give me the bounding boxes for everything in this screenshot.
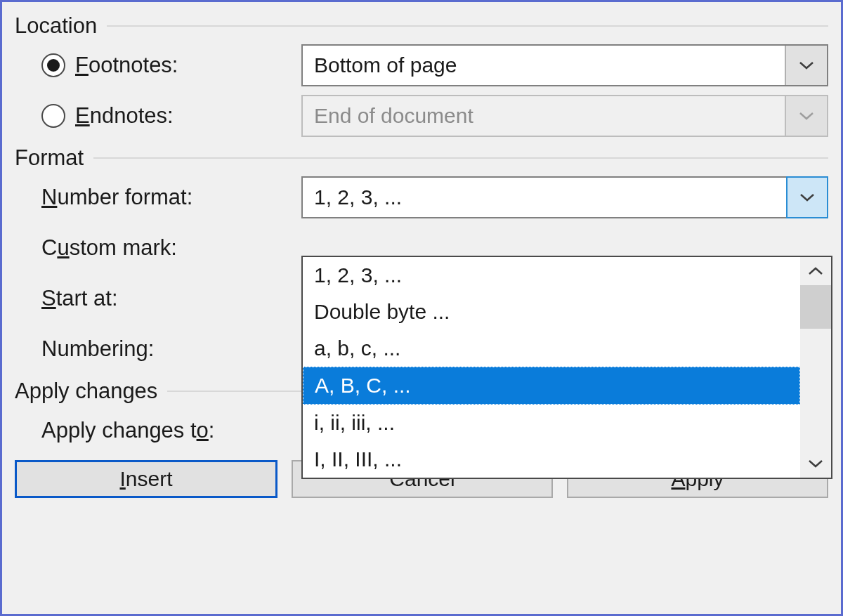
- dropdown-item-selected[interactable]: A, B, C, ...: [303, 367, 800, 405]
- chevron-down-icon: [785, 96, 827, 136]
- insert-button[interactable]: Insert: [15, 460, 277, 498]
- scroll-thumb[interactable]: [800, 285, 831, 329]
- start-at-label: Start at:: [41, 286, 118, 311]
- scroll-track[interactable]: [800, 329, 831, 450]
- section-location: Location: [15, 13, 828, 39]
- number-format-value: 1, 2, 3, ...: [303, 178, 788, 217]
- footnote-endnote-dialog: Location Footnotes: Bottom of page Endno…: [0, 0, 843, 616]
- divider: [107, 25, 828, 27]
- dropdown-item[interactable]: 1, 2, 3, ...: [303, 257, 800, 294]
- divider: [93, 157, 828, 159]
- footnotes-location-combo[interactable]: Bottom of page: [301, 44, 828, 86]
- endnotes-location-combo: End of document: [301, 95, 828, 137]
- dropdown-item[interactable]: i, ii, iii, ...: [303, 405, 800, 441]
- endnotes-location-value: End of document: [303, 96, 785, 136]
- section-format-label: Format: [15, 145, 93, 171]
- endnotes-row: Endnotes: End of document: [15, 95, 828, 137]
- dropdown-scrollbar[interactable]: [800, 257, 831, 478]
- scroll-down-icon[interactable]: [800, 450, 831, 478]
- dropdown-item[interactable]: Double byte ...: [303, 294, 800, 330]
- section-apply-label: Apply changes: [15, 379, 167, 404]
- endnotes-label: Endnotes:: [75, 103, 174, 129]
- dropdown-item[interactable]: I, II, III, ...: [303, 441, 800, 478]
- scroll-up-icon[interactable]: [800, 257, 831, 285]
- section-location-label: Location: [15, 13, 107, 39]
- number-format-label: Number format:: [41, 185, 192, 210]
- apply-changes-label: Apply changes to:: [41, 418, 214, 443]
- chevron-down-icon[interactable]: [786, 176, 828, 218]
- number-format-dropdown[interactable]: 1, 2, 3, ... Double byte ... a, b, c, ..…: [301, 256, 832, 479]
- section-format: Format: [15, 145, 828, 171]
- number-format-combo[interactable]: 1, 2, 3, ...: [301, 176, 828, 218]
- footnotes-location-value: Bottom of page: [303, 46, 785, 85]
- footnotes-label: Footnotes:: [75, 53, 178, 78]
- chevron-down-icon[interactable]: [785, 46, 827, 85]
- radio-dot-icon: [47, 59, 60, 72]
- footnotes-radio[interactable]: [41, 53, 65, 77]
- dropdown-item[interactable]: a, b, c, ...: [303, 330, 800, 367]
- number-format-row: Number format: 1, 2, 3, ...: [15, 176, 828, 218]
- numbering-label: Numbering:: [41, 336, 154, 362]
- footnotes-row: Footnotes: Bottom of page: [15, 44, 828, 86]
- custom-mark-label: Custom mark:: [41, 235, 177, 261]
- dropdown-list: 1, 2, 3, ... Double byte ... a, b, c, ..…: [303, 257, 800, 478]
- endnotes-radio[interactable]: [41, 104, 65, 128]
